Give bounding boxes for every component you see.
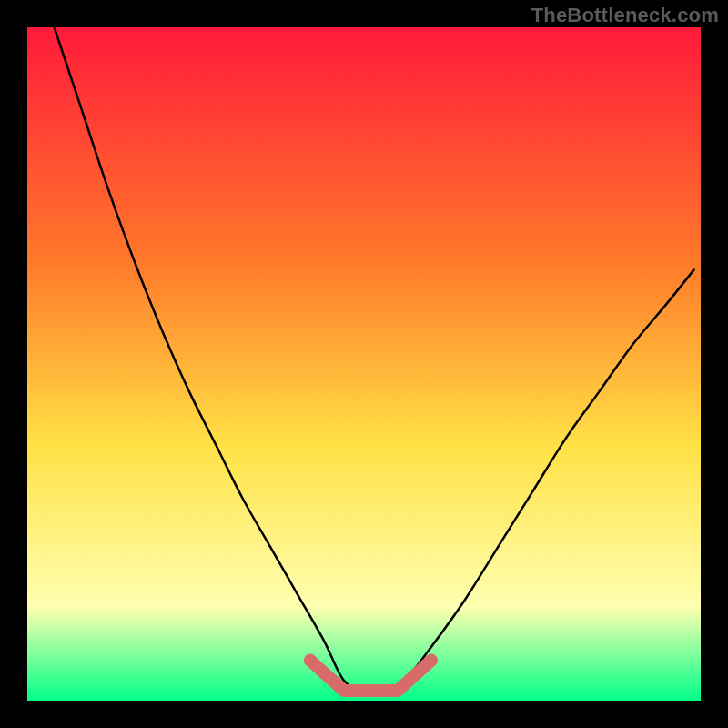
bottleneck-chart: [0, 0, 728, 728]
frame-right: [701, 0, 728, 728]
chart-frame: { "watermark": "TheBottleneck.com", "col…: [0, 0, 728, 728]
gradient-background: [27, 27, 701, 701]
watermark-text: TheBottleneck.com: [531, 4, 719, 27]
frame-left: [0, 0, 27, 728]
frame-bottom: [0, 701, 728, 728]
